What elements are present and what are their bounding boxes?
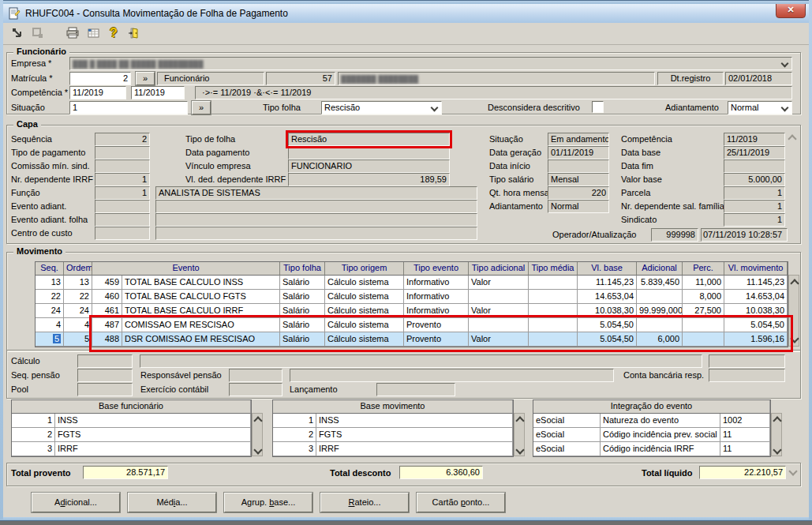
- cell-seq[interactable]: 22: [36, 290, 64, 304]
- rateio-button[interactable]: Rateio...: [320, 493, 409, 512]
- cell-ordem[interactable]: 24: [64, 304, 92, 318]
- exercicio-contabil-field[interactable]: [229, 383, 283, 396]
- situacao-field[interactable]: 1: [69, 101, 188, 114]
- cell-ordem[interactable]: 5: [64, 332, 92, 347]
- capa-valor-base-field[interactable]: 5.000,00: [724, 173, 785, 186]
- base-funcionario-table[interactable]: Base funcionário 1 INSS 2 FGTS 3 IRRF: [11, 399, 252, 457]
- situacao-lookup-button[interactable]: »: [192, 101, 211, 114]
- detail-window-icon[interactable]: [30, 25, 46, 41]
- col-evento[interactable]: Evento: [92, 262, 280, 276]
- scroll-up-icon[interactable]: [790, 279, 799, 287]
- cell-campo[interactable]: Código incidência prev. social: [601, 428, 720, 442]
- cell-seq[interactable]: 13: [36, 276, 64, 290]
- col-adicional[interactable]: Adicional: [637, 262, 683, 276]
- base-funcionario-scrollbar[interactable]: [252, 413, 263, 456]
- capa-tipo-de-folha-field[interactable]: Rescisão: [288, 133, 450, 146]
- col-vl-movimento[interactable]: Vl. movimento: [724, 262, 788, 276]
- col-vl-base[interactable]: Vl. base: [578, 262, 637, 276]
- cell-tipo-folha[interactable]: Salário: [280, 276, 325, 290]
- cell-tipo-origem[interactable]: Cálculo sistema: [325, 290, 404, 304]
- cell-campo[interactable]: Natureza do evento: [601, 414, 720, 428]
- scroll-down-icon[interactable]: [253, 445, 262, 454]
- col-tipo-folha[interactable]: Tipo folha: [280, 262, 325, 276]
- cell-num[interactable]: 2: [12, 428, 55, 442]
- cell-ordem[interactable]: 4: [64, 318, 92, 332]
- capa-adiantamento-field[interactable]: Normal: [548, 200, 609, 213]
- cell-num[interactable]: 2: [273, 428, 316, 442]
- cell-seq-selected[interactable]: 5: [36, 332, 64, 347]
- cell-valor[interactable]: 11: [720, 428, 770, 442]
- cell-ordem[interactable]: 22: [64, 290, 92, 304]
- cell-seq[interactable]: 24: [36, 304, 64, 318]
- integracao-evento-scrollbar[interactable]: [771, 413, 782, 456]
- capa-situacao-field[interactable]: Em andamento: [548, 133, 609, 146]
- cell-evento-cod[interactable]: 460: [92, 290, 122, 304]
- cell-vl-base[interactable]: 14.653,04: [578, 290, 637, 304]
- calculo-extra-field[interactable]: [709, 354, 785, 368]
- print-icon[interactable]: [65, 25, 80, 41]
- scroll-up-icon[interactable]: [515, 416, 524, 425]
- cell-nome[interactable]: IRRF: [55, 442, 251, 456]
- cell-nome[interactable]: IRRF: [316, 442, 513, 456]
- capa-competencia-field[interactable]: 11/2019: [724, 133, 785, 146]
- cartao-ponto-button[interactable]: Cartão ponto...: [417, 493, 505, 512]
- capa-data-geracao-field[interactable]: 01/11/2019: [548, 146, 609, 159]
- funcionario-id-field[interactable]: 57: [266, 72, 335, 85]
- cell-num[interactable]: 3: [12, 442, 55, 456]
- capa-data-inicio-field[interactable]: [548, 159, 609, 173]
- cell-tipo-folha[interactable]: Salário: [280, 290, 325, 304]
- capa-data-fim-field[interactable]: [724, 159, 785, 173]
- cell-tipo-media[interactable]: [529, 290, 578, 304]
- competencia-ate-field[interactable]: 11/2019: [131, 86, 185, 99]
- capa-sequencia-field[interactable]: 2: [95, 133, 150, 146]
- base-movimento-table[interactable]: Base movimento 1 INSS 2 FGTS 3 IRRF: [272, 399, 514, 457]
- cell-num[interactable]: 1: [12, 414, 55, 428]
- col-tipo-origem[interactable]: Tipo origem: [325, 262, 404, 276]
- cell-tipo-adicional[interactable]: Valor: [469, 276, 529, 290]
- scroll-up-icon[interactable]: [253, 416, 262, 425]
- cell-nome[interactable]: INSS: [55, 414, 251, 428]
- pool-field[interactable]: [77, 383, 133, 396]
- agrup-base-button[interactable]: Agrup. base...: [224, 493, 312, 512]
- scroll-down-icon[interactable]: [773, 445, 781, 454]
- adiantamento-combobox[interactable]: Normal: [728, 101, 792, 114]
- dt-registro-field[interactable]: 02/01/2018: [725, 72, 792, 85]
- cell-num[interactable]: 3: [273, 442, 316, 456]
- cell-tipo-evento[interactable]: Informativo: [404, 276, 469, 290]
- responsavel-pensao-field[interactable]: [229, 369, 283, 382]
- cell-nome[interactable]: FGTS: [316, 428, 513, 442]
- col-tipo-evento[interactable]: Tipo evento: [404, 262, 469, 276]
- competencia-de-field[interactable]: 11/2019: [69, 86, 126, 99]
- cell-tipo-evento[interactable]: Informativo: [404, 290, 469, 304]
- cell-tipo-media[interactable]: [529, 276, 578, 290]
- capa-evento-adiant-descricao-field[interactable]: [155, 200, 477, 213]
- capa-evento-adiant-folha-descricao-field[interactable]: [155, 213, 477, 227]
- calculo-field[interactable]: [77, 354, 133, 368]
- capa-qt-hora-mensal-field[interactable]: 220: [548, 186, 609, 200]
- cell-num[interactable]: 1: [273, 414, 316, 428]
- cell-vl-movimento[interactable]: 11.145,23: [724, 276, 788, 290]
- cell-valor[interactable]: 11: [720, 442, 770, 456]
- matricula-lookup-button[interactable]: »: [136, 72, 155, 85]
- funcionario-name-field[interactable]: ███████ ████████: [338, 72, 655, 85]
- calculo-descricao-field[interactable]: [140, 354, 702, 368]
- matricula-field[interactable]: 2: [69, 72, 131, 85]
- cell-vl-base[interactable]: 11.145,23: [578, 276, 637, 290]
- desconsidera-descritivo-checkbox[interactable]: [592, 101, 604, 113]
- capa-data-base-field[interactable]: 25/11/2019: [724, 146, 785, 159]
- responsavel-pensao-nome-field[interactable]: [290, 369, 614, 382]
- cell-evento[interactable]: TOTAL BASE CALCULO FGTS: [122, 290, 280, 304]
- scroll-down-icon[interactable]: [515, 445, 524, 454]
- capa-nr-dep-sal-familia-field[interactable]: 1: [724, 200, 785, 213]
- capa-funcao-field[interactable]: 1: [95, 186, 150, 200]
- cell-evento-cod[interactable]: 459: [92, 276, 122, 290]
- cell-tipo-origem[interactable]: Cálculo sistema: [325, 276, 404, 290]
- col-tipo-media[interactable]: Tipo média: [529, 262, 578, 276]
- capa-funcao-descricao-field[interactable]: ANALISTA DE SISTEMAS: [155, 186, 477, 200]
- lancamento-field[interactable]: [376, 383, 455, 396]
- capa-comissao-field[interactable]: [95, 159, 150, 173]
- grid-view-icon[interactable]: [85, 25, 101, 41]
- empresa-combobox[interactable]: ███ █ ████ ██ █████ █████████: [69, 57, 792, 70]
- tipo-folha-combobox[interactable]: Rescisão: [321, 101, 442, 114]
- capa-tipo-pagamento-field[interactable]: [95, 146, 150, 159]
